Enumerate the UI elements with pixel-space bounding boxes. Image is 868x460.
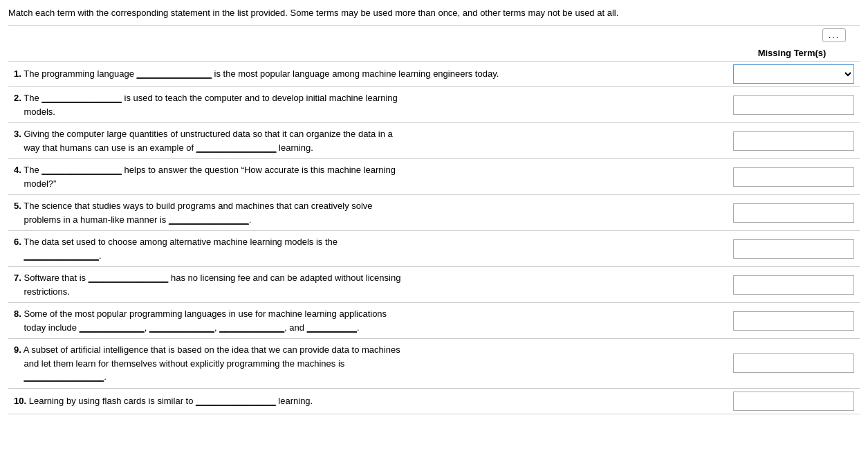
question-text-9: 9. A subset of artificial intelligence t…	[8, 339, 728, 389]
question-text-1: 1. The programming language ____________…	[8, 62, 728, 87]
answer-input-10[interactable]	[733, 392, 854, 411]
answer-cell-6	[728, 231, 860, 267]
instructions-text: Match each term with the corresponding s…	[8, 7, 860, 19]
question-row: 6. The data set used to choose among alt…	[8, 231, 860, 267]
answer-cell-9	[728, 339, 860, 389]
question-row: 2. The ________________ is used to teach…	[8, 87, 860, 123]
answer-input-5[interactable]	[733, 203, 854, 223]
question-row: 4. The ________________ helps to answer …	[8, 159, 860, 195]
question-row: 9. A subset of artificial intelligence t…	[8, 339, 860, 389]
answer-cell-10	[728, 388, 860, 414]
answer-cell-7	[728, 267, 860, 303]
answer-cell-5	[728, 195, 860, 231]
answer-input-7[interactable]	[733, 275, 854, 295]
question-text-5: 5. The science that studies ways to buil…	[8, 195, 728, 231]
question-text-6: 6. The data set used to choose among alt…	[8, 231, 728, 267]
answer-input-2[interactable]	[733, 95, 854, 115]
answer-cell-4	[728, 159, 860, 195]
answer-input-8[interactable]	[733, 311, 854, 331]
ellipsis-button[interactable]: ...	[822, 28, 846, 42]
question-row: 10. Learning by using flash cards is sim…	[8, 388, 860, 414]
answer-cell-8	[728, 303, 860, 339]
question-text-4: 4. The ________________ helps to answer …	[8, 159, 728, 195]
question-text-8: 8. Some of the most popular programming …	[8, 303, 728, 339]
question-text-10: 10. Learning by using flash cards is sim…	[8, 388, 728, 414]
question-row: 3. Giving the computer large quantities …	[8, 123, 860, 159]
question-row: 7. Software that is ________________ has…	[8, 267, 860, 303]
missing-term-header: Missing Term(s)	[730, 48, 854, 58]
answer-select-1[interactable]	[733, 64, 854, 84]
answer-input-9[interactable]	[733, 353, 854, 373]
question-row: 5. The science that studies ways to buil…	[8, 195, 860, 231]
question-text-7: 7. Software that is ________________ has…	[8, 267, 728, 303]
question-text-2: 2. The ________________ is used to teach…	[8, 87, 728, 123]
questions-table: 1. The programming language ____________…	[8, 61, 860, 414]
answer-cell-1	[728, 62, 860, 87]
answer-cell-3	[728, 123, 860, 159]
answer-input-3[interactable]	[733, 131, 854, 151]
answer-input-4[interactable]	[733, 167, 854, 187]
question-text-3: 3. Giving the computer large quantities …	[8, 123, 728, 159]
question-row: 1. The programming language ____________…	[8, 62, 860, 87]
answer-cell-2	[728, 87, 860, 123]
question-row: 8. Some of the most popular programming …	[8, 303, 860, 339]
answer-input-6[interactable]	[733, 239, 854, 259]
